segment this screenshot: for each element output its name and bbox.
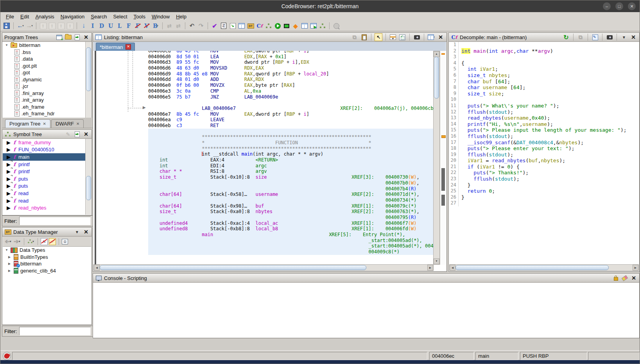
letter-d-icon[interactable]: D (98, 22, 106, 30)
listing-line[interactable]: 004006d6 48 63 d0 MOVSXD RDX,EAX (148, 65, 434, 71)
goto-out-icon[interactable]: ⇧ (57, 22, 65, 30)
listing-line[interactable]: 004006d3 89 55 fc MOV dword ptr [RBP + i… (148, 59, 434, 65)
decompile-line[interactable]: 20 iVar1 = read_nbytes(buf,nbytes); (449, 158, 639, 164)
goto-in-icon[interactable]: ⇧ (66, 22, 74, 30)
listing-line[interactable]: int EAX:4 <RETURN> (148, 157, 434, 163)
tab-bitterman[interactable]: *bitterman ✕ (96, 43, 135, 51)
dtm-filter-input[interactable] (19, 327, 91, 335)
listing-line[interactable]: undefined4 Stack[-0xac]:4 local_ac XREF[… (148, 221, 434, 226)
tree-item-fini_array[interactable]: .fini_array (3, 90, 85, 97)
menu-help[interactable]: Help (173, 13, 190, 20)
listing-line[interactable]: char[64] Stack[-0x98]… buf XREF[1]: 0040… (148, 203, 434, 209)
letter-u-icon[interactable]: U (107, 22, 115, 30)
close-icon[interactable]: ✕ (629, 33, 637, 41)
menu-edit[interactable]: Edit (17, 13, 32, 20)
crossed-f-icon[interactable]: F (134, 22, 142, 30)
decompile-line[interactable]: 21 if (iVar1 != 0) { (449, 164, 639, 170)
symbol-main[interactable]: ▶fmain (3, 153, 85, 161)
console-output[interactable] (93, 283, 639, 337)
symbol-FUN_00400510[interactable]: ▶fFUN_00400510 (3, 146, 85, 154)
listing-line[interactable]: 004006e3 3c 0a CMP AL,0xa (148, 88, 434, 94)
console-header[interactable]: Console - Scripting ✕ (93, 274, 639, 283)
analyze-icon[interactable]: ✔ (211, 22, 219, 30)
edit-fields-icon[interactable] (389, 33, 397, 41)
processor-icon[interactable] (283, 22, 290, 30)
menu-select[interactable]: Select (110, 13, 130, 20)
menu-navigation[interactable]: Navigation (57, 13, 88, 20)
listing-line[interactable]: char[64] Stack[-0x58]… username XREF[2]:… (148, 192, 434, 197)
decompile-line[interactable]: 4{ (449, 60, 639, 66)
decompile-line[interactable]: 26} (449, 194, 639, 201)
goto-arrow-icon[interactable] (74, 131, 81, 138)
sync-right-icon[interactable]: ⇄ (174, 22, 182, 30)
listing-line[interactable]: int __stdcall main(int argc, char * * ar… (148, 151, 434, 157)
listing-header[interactable]: Listing: bitterman ⧉↖▾✕ (93, 33, 446, 42)
paste-icon[interactable] (360, 33, 368, 41)
tree-root-bitterman[interactable]: ▼➤bitterman (3, 42, 85, 49)
tree-item-bss[interactable]: .bss (3, 49, 85, 56)
close-icon[interactable]: ✕ (82, 131, 90, 138)
listing-line[interactable]: 004007b0(W), (148, 180, 434, 186)
graph-icon[interactable] (265, 22, 272, 30)
dtm-header[interactable]: DT Data Type Manager ▼ ✕ (2, 228, 91, 237)
listing-marker-margin[interactable] (440, 51, 446, 265)
listing-line[interactable]: 004007b4(R) (148, 186, 434, 192)
goto-prev-icon[interactable]: ⇧ (39, 22, 47, 30)
symbol-read_nbytes[interactable]: ▶fread_nbytes (3, 204, 85, 212)
listing-line[interactable]: int EDI:4 argc (148, 163, 434, 169)
close-icon[interactable]: ✕ (628, 2, 636, 10)
datatype-BuiltInTypes[interactable]: ▶BuiltInTypes (3, 254, 91, 261)
scroll-down-icon[interactable]: ▼ (434, 258, 439, 264)
listing-line[interactable]: ****************************************… (148, 134, 434, 140)
listing-line[interactable]: char * * RSI:8 argv (148, 169, 434, 174)
listing-line[interactable]: 004006e7 8b 45 fc MOV EAX,dword ptr [RBP… (148, 111, 434, 117)
tab-dwarf[interactable]: DWARF✕ (51, 119, 84, 128)
forward-icon[interactable]: ➔▼ (13, 238, 21, 246)
snapshot-icon[interactable] (413, 33, 421, 41)
clear-icon[interactable] (621, 274, 628, 282)
archive-icon[interactable]: DT (247, 22, 255, 30)
symbol-tree-scrollbar[interactable] (85, 139, 91, 215)
decompile-line[interactable]: 23 fflush(stdout); (449, 176, 639, 182)
listing-line[interactable] (148, 100, 434, 106)
letter-l-icon[interactable]: L (116, 22, 124, 30)
maximize-icon[interactable]: □ (615, 2, 623, 10)
symbol-printf[interactable]: ▶f↷printf (3, 161, 85, 168)
search-circle-icon[interactable] (332, 22, 340, 30)
close-icon[interactable]: ✕ (630, 274, 637, 282)
minimize-icon[interactable]: – (603, 2, 611, 10)
tree-root-data-types[interactable]: ▼Data Types (3, 247, 91, 254)
menu-window[interactable]: Window (149, 13, 173, 20)
refresh-icon[interactable]: ↻ (562, 33, 570, 41)
decompile-hscrollbar[interactable]: ◀ ▶ (449, 264, 639, 271)
listing-line[interactable]: * FUNCTION * (148, 140, 434, 146)
tree-item-jcr[interactable]: .jcr (3, 83, 85, 90)
listing-vscrollbar[interactable]: ▲ ▼ (433, 51, 440, 265)
memory-map-icon[interactable]: 1001 (220, 22, 228, 30)
menu-file[interactable]: File (3, 13, 17, 20)
calltree-icon[interactable] (319, 22, 326, 30)
decompile-line[interactable]: 1 (449, 42, 639, 48)
edit-icon[interactable] (591, 33, 599, 41)
table-menu-icon[interactable]: ▾ (427, 33, 435, 41)
decompile-line[interactable]: 18 puts("> Please enter your text: "); (449, 145, 639, 152)
symbol-read[interactable]: ▶f↷read (3, 197, 85, 204)
menu-analysis[interactable]: Analysis (32, 13, 57, 20)
tree-item-data[interactable]: .data (3, 56, 85, 63)
down-arrow-icon[interactable]: ↓ (80, 22, 88, 30)
listing-line[interactable]: size_t Stack[-0x10]:8 size XREF[3]: 0040… (148, 174, 434, 180)
close-icon[interactable]: ✕ (82, 34, 90, 41)
decompile-line[interactable]: 10 (449, 97, 639, 103)
listing-line[interactable]: 00400795(R) (148, 215, 434, 221)
listing-line[interactable]: _start:004005ad(*), (148, 238, 434, 244)
decompile-line[interactable]: 27 (449, 200, 639, 206)
tree-item-gotplt[interactable]: .got.plt (3, 63, 85, 70)
lock-icon[interactable] (612, 274, 619, 282)
pointer-filter-icon[interactable]: ☞ (49, 238, 56, 245)
snapshot-icon[interactable] (606, 33, 613, 41)
decompile-header[interactable]: Cf Decompile: main - (bitterman) ↻⧉▼✕ (449, 33, 639, 42)
goto-next-icon[interactable]: ⇧ (48, 22, 56, 30)
decompile-line[interactable]: 15 puts("> Please input the length of yo… (449, 127, 639, 133)
table-icon[interactable] (301, 22, 308, 30)
copy-icon[interactable]: ⧉ (577, 33, 584, 41)
